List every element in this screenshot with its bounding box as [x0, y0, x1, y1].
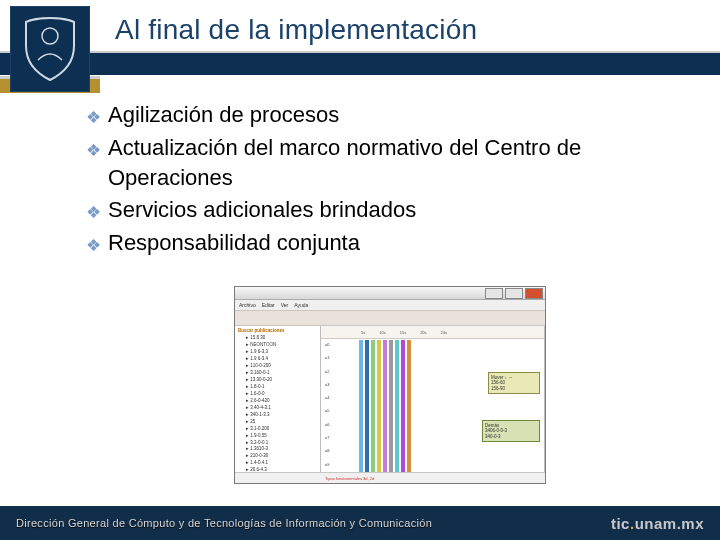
callout-line: 340-0-3 [485, 434, 537, 439]
close-button[interactable] [525, 288, 543, 299]
bullet-list: ❖Agilización de procesos ❖Actualización … [86, 100, 696, 261]
time-ruler: 5s 10s 15s 20s 24s [321, 326, 544, 339]
menu-item[interactable]: Ayuda [294, 302, 308, 308]
ruler-tick: 20s [420, 330, 426, 335]
tree-node[interactable]: ▸ 1.3610-3 [238, 446, 320, 453]
y-tick: a9 [325, 462, 361, 467]
callout-line: 156-90 [491, 386, 537, 391]
tree-node[interactable]: ▸ 25 [238, 419, 320, 426]
tree-node[interactable]: ▸ 110-0-200 [238, 363, 320, 370]
bullet-text: Agilización de procesos [108, 100, 696, 130]
bullet-text: Servicios adicionales brindados [108, 195, 696, 225]
y-tick: a5 [325, 408, 361, 413]
tree-panel: Buscar publicaciones ▸ 15.8 30▸ NEONTOON… [235, 326, 321, 484]
timeline-band [383, 340, 387, 482]
timeline-band [359, 340, 363, 482]
diamond-icon: ❖ [86, 202, 101, 225]
tree-node[interactable]: ▸ 2.6-0-420 [238, 398, 320, 405]
timeline-band [377, 340, 381, 482]
status-text: Tipos fundamentales 3d, 2d [325, 476, 374, 481]
title-underline-bar [0, 51, 720, 75]
tree-node[interactable]: ▸ 1.8-0-1 [238, 384, 320, 391]
timeline-panel: 5s 10s 15s 20s 24s a0a1a2a3a4a5a6a7a8a9a… [321, 326, 545, 484]
timeline-band [401, 340, 405, 482]
y-axis: a0a1a2a3a4a5a6a7a8a9a10 [321, 340, 363, 482]
ruler-tick: 5s [361, 330, 365, 335]
maximize-button[interactable] [505, 288, 523, 299]
callout-others: Demás 3406-0-0-3 340-0-3 [482, 420, 540, 442]
ruler-tick: 24s [441, 330, 447, 335]
ruler-tick: 10s [379, 330, 385, 335]
tree-node[interactable]: ▸ 3.40-4-3.1 [238, 405, 320, 412]
diamond-icon: ❖ [86, 235, 101, 258]
tree-node[interactable]: ▸ 1.6-0-0 [238, 391, 320, 398]
tree-node[interactable]: ▸ 210-0-30 [238, 453, 320, 460]
institution-logo [10, 6, 90, 92]
svg-point-0 [42, 28, 58, 44]
footer-brand: tic.unam.mx [611, 515, 704, 532]
list-item: ❖Agilización de procesos [86, 100, 696, 130]
list-item: ❖Servicios adicionales brindados [86, 195, 696, 225]
shield-icon [20, 16, 80, 82]
window-titlebar [235, 287, 545, 300]
tree-node[interactable]: ▸ 13.30-0-20 [238, 377, 320, 384]
tree-node[interactable]: ▸ 1.4-0.4.1 [238, 460, 320, 467]
toolbar [235, 311, 545, 326]
timeline-band [365, 340, 369, 482]
tree-node[interactable]: ▸ NEONTOON [238, 342, 320, 349]
menu-item[interactable]: Ver [281, 302, 289, 308]
timeline-band [389, 340, 393, 482]
brand-pre: tic [611, 515, 630, 532]
tree-node[interactable]: ▸ 15.8 30 [238, 335, 320, 342]
y-tick: a4 [325, 395, 361, 400]
status-bar: Tipos fundamentales 3d, 2d [235, 472, 545, 483]
timeline-band [371, 340, 375, 482]
brand-post: unam.mx [635, 515, 704, 532]
menu-item[interactable]: Editar [262, 302, 275, 308]
y-tick: a1 [325, 355, 361, 360]
timeline-bands [359, 340, 419, 482]
tree-node[interactable]: ▸ 3.2-0-0.1 [238, 440, 320, 447]
tree-node[interactable]: ▸ 1.9 6-3.4 [238, 356, 320, 363]
tree-node[interactable]: ▸ 340-1-3.3 [238, 412, 320, 419]
minimize-button[interactable] [485, 288, 503, 299]
footer-text: Dirección General de Cómputo y de Tecnol… [16, 517, 432, 529]
y-tick: a7 [325, 435, 361, 440]
diamond-icon: ❖ [86, 140, 101, 163]
list-item: ❖Responsabilidad conjunta [86, 228, 696, 258]
tree-root[interactable]: Buscar publicaciones [238, 328, 320, 335]
tree-node[interactable]: ▸ 3.160-0-1 [238, 370, 320, 377]
slide-root: Al final de la implementación ❖Agilizaci… [0, 0, 720, 540]
bullet-text: Responsabilidad conjunta [108, 228, 696, 258]
y-tick: a0 [325, 342, 361, 347]
y-tick: a3 [325, 382, 361, 387]
bullet-text: Actualización del marco normativo del Ce… [108, 133, 696, 192]
y-tick: a2 [325, 369, 361, 374]
app-body: Buscar publicaciones ▸ 15.8 30▸ NEONTOON… [235, 326, 545, 484]
tree-node[interactable]: ▸ 1.9 6-3.3 [238, 349, 320, 356]
embedded-app-window: Archivo Editar Ver Ayuda Buscar publicac… [234, 286, 546, 484]
timeline-band [395, 340, 399, 482]
y-tick: a6 [325, 422, 361, 427]
slide-title: Al final de la implementación [115, 14, 477, 46]
list-item: ❖Actualización del marco normativo del C… [86, 133, 696, 192]
menu-item[interactable]: Archivo [239, 302, 256, 308]
diamond-icon: ❖ [86, 107, 101, 130]
tree-node[interactable]: ▸ 3.1-0.200 [238, 426, 320, 433]
tree-node[interactable]: ▸ 1.9-0.55 [238, 433, 320, 440]
ruler-tick: 15s [400, 330, 406, 335]
callout-move: Mover ↕ ↔ 156-60 156-90 [488, 372, 540, 394]
y-tick: a8 [325, 448, 361, 453]
menu-bar: Archivo Editar Ver Ayuda [235, 300, 545, 311]
slide-footer: Dirección General de Cómputo y de Tecnol… [0, 506, 720, 540]
timeline-band [407, 340, 411, 482]
